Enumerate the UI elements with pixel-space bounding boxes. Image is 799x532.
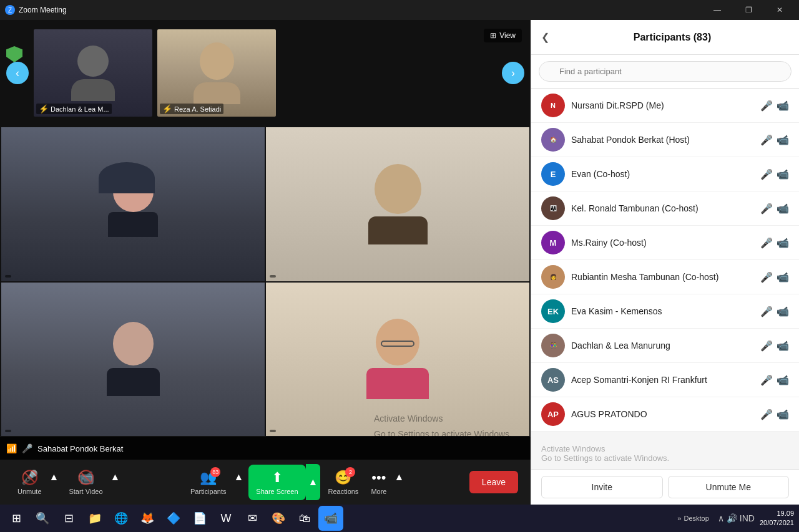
zoom-taskbar-button[interactable]: 📹 [318,506,343,531]
reactions-badge: 2 [345,467,355,477]
participants-button[interactable]: 👥 83 Participants [185,466,231,499]
desktop-button[interactable]: » Desktop [674,515,712,522]
more-caret[interactable]: ▲ [391,468,406,486]
signal-icon: 📶 [6,443,17,453]
grid-cell-4 [266,283,529,437]
mail-button[interactable]: ✉ [240,506,265,531]
participant-name: Dachlan & Lea Manurung [571,341,754,351]
zoom-logo: Z [5,5,15,15]
taskbar-clock[interactable]: 19.09 20/07/2021 [760,509,794,528]
cam-muted-icon: 📹 [777,271,789,283]
video-caret[interactable]: ▲ [108,468,123,486]
participant-icons: 🎤 📹 [760,340,789,352]
grid-cell-2-name [270,275,276,278]
app-title: Zoom Meeting [19,6,67,14]
paint-button[interactable]: 🎨 [266,506,291,531]
pdf-button[interactable]: 📄 [187,506,212,531]
participant-icons: 🎤 📹 [760,237,789,249]
grid-cell-1 [1,127,265,281]
unmute-button[interactable]: 🎤 🚫 Unmute [12,466,47,499]
system-tray-expand[interactable]: ∧ [718,513,724,523]
volume-icon[interactable]: 🔊 [727,513,737,523]
start-video-button[interactable]: 📹 🚫 Start Video [64,466,107,499]
view-button[interactable]: ⊞ View [484,29,522,42]
language-icon[interactable]: IND [740,513,755,523]
list-item: AS Acep Somantri-Konjen RI Frankfurt 🎤 📹 [531,363,799,397]
panel-chevron-icon[interactable]: ❮ [541,31,549,43]
participant-icons: 🎤 📹 [760,306,789,317]
search-bar: 🔍 [531,55,799,89]
participant-icons: 🎤 📹 [760,409,789,420]
next-arrow[interactable]: › [502,62,524,84]
top-video-strip: ‹ ⚡ Dachlan & Lea M... [0,20,531,126]
search-input[interactable] [539,61,792,82]
participant-icons: 🎤 📹 [760,271,789,283]
search-taskbar-button[interactable]: 🔍 [30,506,55,531]
store-button[interactable]: 🛍 [292,506,317,531]
toolbar-left: 🎤 🚫 Unmute ▲ 📹 🚫 Start Video [12,466,122,499]
share-screen-caret[interactable]: ▲ [306,464,321,500]
mic-muted-icon: 🎤 [760,203,773,215]
mic-icon: 🎤 [760,306,773,317]
avatar: AP [541,402,565,426]
participants-count-badge: 83 [210,467,220,477]
task-view-button[interactable]: ⊟ [56,506,81,531]
activate-windows-panel: Activate Windows Go to Settings to activ… [531,432,799,469]
unmute-group: 🎤 🚫 Unmute ▲ [12,466,61,499]
toolbar: 🎤 🚫 Unmute ▲ 📹 🚫 Start Video [0,460,531,505]
avatar: N [541,94,565,117]
avatar: E [541,162,565,186]
prev-arrow[interactable]: ‹ [6,62,29,84]
unmute-caret[interactable]: ▲ [47,468,62,486]
list-item: E Evan (Co-host) 🎤 📹 [531,157,799,191]
reactions-button[interactable]: 😊 2 Reactions [323,466,363,499]
participants-label: Participants [190,488,226,495]
panel-header: ❮ Participants (83) [531,20,799,55]
participant-name: Evan (Co-host) [571,169,754,179]
toolbar-center: 👥 83 Participants ▲ ⬆ Share Screen ▲ [185,464,406,500]
top-video-1-name: ⚡ Dachlan & Lea M... [36,104,112,114]
participant-name: Eva Kasim - Kemensos [571,306,754,316]
mic-muted-icon: 🎤 [760,409,773,420]
reactions-label: Reactions [328,488,358,495]
start-video-group: 📹 🚫 Start Video ▲ [64,466,122,499]
restore-button[interactable]: ❐ [734,0,763,20]
app3-button[interactable]: 🔷 [161,506,186,531]
avatar: 👨‍👩‍👧 [541,196,565,220]
word-button[interactable]: W [213,506,238,531]
top-video-2-name: ⚡ Reza A. Setiadi [160,104,223,114]
cam-icon: 📹 [777,374,789,386]
participants-panel: ❮ Participants (83) 🔍 N Nursanti Dit.RSP… [531,20,799,505]
cam-icon: 📹 [777,340,789,352]
active-speaker-name: Sahabat Pondok Berkat [37,444,123,453]
share-screen-group: ⬆ Share Screen ▲ [248,464,320,500]
more-button[interactable]: ••• More [366,466,391,499]
cam-icon: 📹 [777,134,789,146]
close-button[interactable]: ✕ [765,0,794,20]
participants-caret[interactable]: ▲ [232,468,247,486]
main-area: ‹ ⚡ Dachlan & Lea M... [0,20,799,505]
firefox-button[interactable]: 🦊 [135,506,160,531]
panel-title: Participants (83) [556,32,789,43]
file-explorer-button[interactable]: 📁 [82,506,107,531]
mic-muted-icon: 🎤 [760,237,773,249]
titlebar-left: Z Zoom Meeting [5,5,67,15]
leave-button[interactable]: Leave [469,471,518,493]
windows-taskbar: ⊞ 🔍 ⊟ 📁 🌐 🦊 🔷 📄 W ✉ 🎨 🛍 📹 » Desktop ∧ 🔊 … [0,505,799,532]
start-button[interactable]: ⊞ [4,506,29,531]
grid-cell-3 [1,283,265,437]
share-screen-button[interactable]: ⬆ Share Screen [248,465,305,500]
bottom-status-bar: 📶 🎤 Sahabat Pondok Berkat [0,437,531,460]
avatar: 👫 [541,334,565,357]
taskbar-system-icons: ∧ 🔊 IND [718,513,755,523]
invite-button[interactable]: Invite [541,476,663,498]
panel-footer: Invite Unmute Me [531,469,799,505]
titlebar: Z Zoom Meeting — ❐ ✕ [0,0,799,20]
minimize-button[interactable]: — [703,0,732,20]
participant-icons: 🎤 📹 [760,374,789,386]
desktop-label: » [677,515,681,522]
edge-button[interactable]: 🌐 [109,506,134,531]
avatar: M [541,231,565,254]
unmute-me-button[interactable]: Unmute Me [668,476,790,498]
participant-name: Rubiantin Mesha Tambunan (Co-host) [571,272,754,282]
